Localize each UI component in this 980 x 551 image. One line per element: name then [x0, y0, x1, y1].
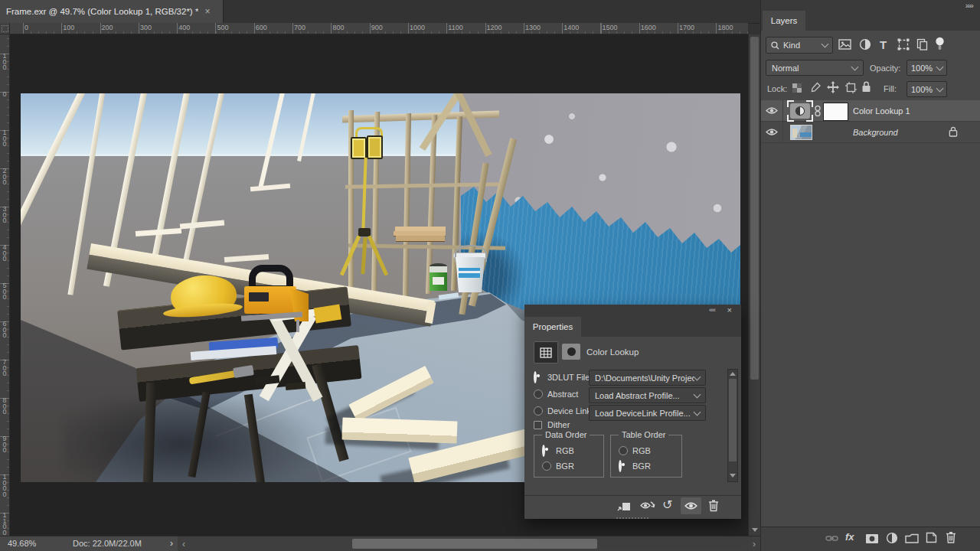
horizontal-ruler[interactable]: 0100200300400500600700800900100011001200… — [10, 23, 748, 34]
chevron-down-icon — [936, 84, 944, 92]
lut-grid-button[interactable] — [534, 341, 558, 364]
table-order-group: Table Order RGB BGR — [610, 435, 682, 478]
opacity-label: Opacity: — [870, 64, 900, 73]
visibility-toggle[interactable] — [761, 100, 783, 121]
ruler-label: 800 — [332, 24, 344, 31]
mask-circle-icon — [567, 347, 576, 356]
ruler-label: 100 — [2, 130, 8, 148]
ruler-label: 1500 — [603, 24, 618, 31]
filter-shape-icon[interactable] — [897, 38, 910, 51]
background-layer-thumbnail[interactable] — [790, 125, 812, 140]
horizontal-scrollbar-thumb[interactable] — [352, 539, 597, 549]
zoom-level-field[interactable]: 49.68% — [8, 539, 36, 548]
ruler-label: 0 — [2, 92, 8, 98]
chevron-down-icon — [936, 63, 944, 70]
status-expander-icon[interactable]: › — [170, 538, 173, 549]
data-order-rgb-radio[interactable] — [542, 445, 545, 457]
adjustment-type-label: Color Lookup — [586, 347, 639, 357]
table-order-rgb-radio[interactable] — [619, 446, 628, 455]
mask-badge-button[interactable] — [562, 344, 580, 360]
close-tab-icon[interactable]: × — [204, 6, 210, 17]
clip-to-layer-icon[interactable] — [617, 501, 631, 512]
table-order-bgr-radio[interactable] — [619, 460, 622, 472]
ruler-label: 1400 — [564, 24, 579, 31]
layer-name[interactable]: Background — [853, 128, 898, 137]
tab-properties[interactable]: Properties — [524, 317, 581, 337]
chevron-down-icon — [694, 408, 701, 416]
ruler-label: 1200 — [487, 24, 502, 31]
filter-image-icon[interactable] — [838, 39, 851, 50]
devicelink-profile-select[interactable]: Load DeviceLink Profile... — [589, 405, 706, 421]
data-order-bgr-radio[interactable] — [542, 461, 551, 471]
new-adjustment-layer-icon[interactable] — [886, 532, 898, 544]
lut-file-select[interactable]: D:\Documents\Unity Projects\N... — [589, 370, 706, 386]
search-icon — [771, 41, 779, 50]
radio-3dlut-file[interactable] — [534, 371, 537, 383]
lut-file-value: D:\Documents\Unity Projects\N... — [595, 373, 694, 383]
blend-mode-value: Normal — [772, 64, 799, 73]
add-mask-icon[interactable] — [865, 533, 879, 544]
properties-scrollbar-thumb[interactable] — [729, 379, 737, 461]
radio-device-link[interactable] — [534, 406, 543, 416]
panel-resize-grip[interactable] — [616, 517, 648, 519]
close-panel-icon[interactable]: × — [727, 305, 732, 315]
reset-icon[interactable]: ↺ — [662, 497, 672, 512]
lock-pixels-icon[interactable] — [810, 82, 822, 93]
filter-kind-select[interactable]: Kind — [766, 37, 833, 54]
lock-all-icon[interactable] — [861, 81, 871, 93]
filter-toggle-icon[interactable] — [935, 37, 945, 51]
properties-tab-row: Properties — [524, 317, 741, 337]
scroll-down-icon[interactable] — [752, 528, 758, 532]
lock-position-icon[interactable] — [827, 81, 839, 93]
canvas-horizontal-scrollbar[interactable]: ‹ › — [178, 536, 760, 551]
link-layers-icon[interactable] — [825, 534, 838, 543]
scroll-left-icon[interactable]: ‹ — [182, 539, 185, 549]
layer-style-fx-icon[interactable]: fx — [845, 531, 854, 543]
canvas-vertical-scrollbar[interactable] — [748, 34, 760, 536]
layer-lock-icon — [949, 126, 958, 137]
collapse-panels-icon[interactable]: »» — [965, 1, 973, 10]
layer-name[interactable]: Color Lookup 1 — [853, 106, 910, 116]
radio-abstract-label: Abstract — [547, 390, 578, 399]
scroll-right-icon[interactable]: › — [753, 539, 756, 549]
tab-layers[interactable]: Layers — [763, 11, 805, 31]
collapse-panel-icon[interactable]: «« — [709, 306, 715, 314]
scroll-down-icon[interactable] — [730, 474, 736, 478]
opacity-field[interactable]: 100% — [906, 60, 947, 76]
vertical-ruler[interactable]: 2001000100200300400500600700800900100011… — [0, 34, 10, 536]
ruler-label: 900 — [371, 24, 383, 31]
delete-layer-icon[interactable] — [946, 531, 956, 543]
radio-abstract[interactable] — [534, 390, 543, 399]
lock-transparency-icon[interactable] — [792, 83, 802, 93]
new-group-icon[interactable] — [905, 533, 919, 543]
ruler-origin-box[interactable] — [0, 23, 10, 34]
filter-smart-object-icon[interactable] — [916, 38, 928, 51]
blend-mode-select[interactable]: Normal — [766, 60, 864, 76]
filter-type-icon[interactable]: T — [880, 38, 887, 51]
fill-field[interactable]: 100% — [906, 81, 947, 97]
view-previous-state-icon[interactable] — [639, 500, 656, 511]
devicelink-profile-value: Load DeviceLink Profile... — [595, 409, 691, 418]
ruler-label: 100 — [63, 24, 74, 31]
lock-artboard-icon[interactable] — [845, 82, 857, 93]
adjustment-layer-thumbnail[interactable] — [790, 103, 810, 119]
abstract-profile-select[interactable]: Load Abstract Profile... — [589, 387, 706, 403]
layers-toolbar: fx — [761, 527, 980, 551]
mask-link-icon[interactable] — [815, 105, 821, 117]
layer-mask-thumbnail[interactable] — [823, 103, 848, 121]
layers-panel: »» Layers Kind T Normal Opacity: — [760, 0, 980, 551]
visibility-button[interactable] — [681, 497, 701, 514]
document-tab[interactable]: Frame.exr @ 49.7% (Color Lookup 1, RGB/3… — [0, 0, 224, 23]
ruler-label: 100 — [2, 54, 8, 71]
filter-adjustment-icon[interactable] — [859, 38, 871, 51]
visibility-toggle[interactable] — [761, 122, 783, 142]
properties-scrollbar[interactable] — [727, 369, 738, 482]
layer-row-background[interactable]: Background — [761, 122, 980, 143]
new-layer-icon[interactable] — [926, 532, 937, 543]
dither-checkbox[interactable] — [534, 421, 542, 429]
layer-row-color-lookup[interactable]: Color Lookup 1 — [761, 100, 980, 122]
scroll-up-icon[interactable] — [730, 372, 736, 376]
delete-adjustment-icon[interactable] — [708, 499, 719, 512]
ruler-label: 400 — [178, 24, 190, 31]
vertical-scrollbar-thumb[interactable] — [750, 37, 759, 380]
